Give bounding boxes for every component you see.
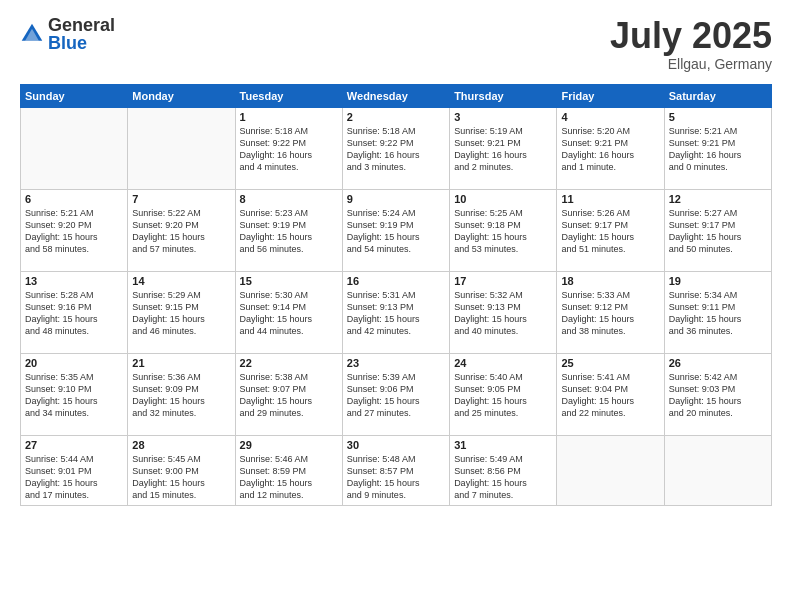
day-number: 9: [347, 193, 445, 205]
logo-text: General Blue: [48, 16, 115, 52]
day-info: Sunrise: 5:42 AM Sunset: 9:03 PM Dayligh…: [669, 371, 767, 420]
day-number: 22: [240, 357, 338, 369]
day-info: Sunrise: 5:39 AM Sunset: 9:06 PM Dayligh…: [347, 371, 445, 420]
day-number: 16: [347, 275, 445, 287]
title-block: July 2025 Ellgau, Germany: [610, 16, 772, 72]
day-number: 17: [454, 275, 552, 287]
calendar-cell: 25Sunrise: 5:41 AM Sunset: 9:04 PM Dayli…: [557, 353, 664, 435]
day-number: 30: [347, 439, 445, 451]
logo: General Blue: [20, 16, 115, 52]
day-number: 3: [454, 111, 552, 123]
day-info: Sunrise: 5:19 AM Sunset: 9:21 PM Dayligh…: [454, 125, 552, 174]
calendar-cell: 22Sunrise: 5:38 AM Sunset: 9:07 PM Dayli…: [235, 353, 342, 435]
day-number: 4: [561, 111, 659, 123]
calendar-week-row: 1Sunrise: 5:18 AM Sunset: 9:22 PM Daylig…: [21, 107, 772, 189]
logo-blue-text: Blue: [48, 34, 115, 52]
day-number: 24: [454, 357, 552, 369]
calendar-cell: [557, 435, 664, 505]
day-number: 18: [561, 275, 659, 287]
day-info: Sunrise: 5:20 AM Sunset: 9:21 PM Dayligh…: [561, 125, 659, 174]
calendar-week-row: 13Sunrise: 5:28 AM Sunset: 9:16 PM Dayli…: [21, 271, 772, 353]
day-number: 7: [132, 193, 230, 205]
day-number: 23: [347, 357, 445, 369]
day-number: 29: [240, 439, 338, 451]
day-info: Sunrise: 5:24 AM Sunset: 9:19 PM Dayligh…: [347, 207, 445, 256]
calendar-week-row: 6Sunrise: 5:21 AM Sunset: 9:20 PM Daylig…: [21, 189, 772, 271]
calendar-week-row: 27Sunrise: 5:44 AM Sunset: 9:01 PM Dayli…: [21, 435, 772, 505]
day-info: Sunrise: 5:21 AM Sunset: 9:20 PM Dayligh…: [25, 207, 123, 256]
day-info: Sunrise: 5:33 AM Sunset: 9:12 PM Dayligh…: [561, 289, 659, 338]
calendar: SundayMondayTuesdayWednesdayThursdayFrid…: [20, 84, 772, 506]
weekday-header: Saturday: [664, 84, 771, 107]
day-info: Sunrise: 5:23 AM Sunset: 9:19 PM Dayligh…: [240, 207, 338, 256]
day-info: Sunrise: 5:18 AM Sunset: 9:22 PM Dayligh…: [347, 125, 445, 174]
day-number: 19: [669, 275, 767, 287]
day-info: Sunrise: 5:25 AM Sunset: 9:18 PM Dayligh…: [454, 207, 552, 256]
day-number: 10: [454, 193, 552, 205]
calendar-cell: 8Sunrise: 5:23 AM Sunset: 9:19 PM Daylig…: [235, 189, 342, 271]
weekday-header: Wednesday: [342, 84, 449, 107]
month-title: July 2025: [610, 16, 772, 56]
calendar-cell: 15Sunrise: 5:30 AM Sunset: 9:14 PM Dayli…: [235, 271, 342, 353]
calendar-cell: 18Sunrise: 5:33 AM Sunset: 9:12 PM Dayli…: [557, 271, 664, 353]
calendar-cell: 17Sunrise: 5:32 AM Sunset: 9:13 PM Dayli…: [450, 271, 557, 353]
day-info: Sunrise: 5:35 AM Sunset: 9:10 PM Dayligh…: [25, 371, 123, 420]
day-number: 15: [240, 275, 338, 287]
day-number: 14: [132, 275, 230, 287]
calendar-cell: 19Sunrise: 5:34 AM Sunset: 9:11 PM Dayli…: [664, 271, 771, 353]
day-info: Sunrise: 5:40 AM Sunset: 9:05 PM Dayligh…: [454, 371, 552, 420]
day-info: Sunrise: 5:18 AM Sunset: 9:22 PM Dayligh…: [240, 125, 338, 174]
calendar-cell: 10Sunrise: 5:25 AM Sunset: 9:18 PM Dayli…: [450, 189, 557, 271]
day-number: 26: [669, 357, 767, 369]
day-info: Sunrise: 5:28 AM Sunset: 9:16 PM Dayligh…: [25, 289, 123, 338]
calendar-cell: [664, 435, 771, 505]
weekday-header-row: SundayMondayTuesdayWednesdayThursdayFrid…: [21, 84, 772, 107]
weekday-header: Monday: [128, 84, 235, 107]
calendar-cell: 13Sunrise: 5:28 AM Sunset: 9:16 PM Dayli…: [21, 271, 128, 353]
day-info: Sunrise: 5:41 AM Sunset: 9:04 PM Dayligh…: [561, 371, 659, 420]
day-number: 27: [25, 439, 123, 451]
calendar-cell: 23Sunrise: 5:39 AM Sunset: 9:06 PM Dayli…: [342, 353, 449, 435]
calendar-cell: 26Sunrise: 5:42 AM Sunset: 9:03 PM Dayli…: [664, 353, 771, 435]
calendar-cell: 5Sunrise: 5:21 AM Sunset: 9:21 PM Daylig…: [664, 107, 771, 189]
day-number: 2: [347, 111, 445, 123]
day-info: Sunrise: 5:46 AM Sunset: 8:59 PM Dayligh…: [240, 453, 338, 502]
day-info: Sunrise: 5:44 AM Sunset: 9:01 PM Dayligh…: [25, 453, 123, 502]
calendar-cell: 29Sunrise: 5:46 AM Sunset: 8:59 PM Dayli…: [235, 435, 342, 505]
calendar-cell: 1Sunrise: 5:18 AM Sunset: 9:22 PM Daylig…: [235, 107, 342, 189]
calendar-cell: 6Sunrise: 5:21 AM Sunset: 9:20 PM Daylig…: [21, 189, 128, 271]
day-number: 25: [561, 357, 659, 369]
calendar-cell: [21, 107, 128, 189]
weekday-header: Thursday: [450, 84, 557, 107]
day-info: Sunrise: 5:21 AM Sunset: 9:21 PM Dayligh…: [669, 125, 767, 174]
calendar-cell: 7Sunrise: 5:22 AM Sunset: 9:20 PM Daylig…: [128, 189, 235, 271]
calendar-cell: 4Sunrise: 5:20 AM Sunset: 9:21 PM Daylig…: [557, 107, 664, 189]
day-info: Sunrise: 5:48 AM Sunset: 8:57 PM Dayligh…: [347, 453, 445, 502]
day-info: Sunrise: 5:27 AM Sunset: 9:17 PM Dayligh…: [669, 207, 767, 256]
calendar-cell: 3Sunrise: 5:19 AM Sunset: 9:21 PM Daylig…: [450, 107, 557, 189]
day-info: Sunrise: 5:38 AM Sunset: 9:07 PM Dayligh…: [240, 371, 338, 420]
day-number: 5: [669, 111, 767, 123]
weekday-header: Sunday: [21, 84, 128, 107]
calendar-cell: 27Sunrise: 5:44 AM Sunset: 9:01 PM Dayli…: [21, 435, 128, 505]
day-info: Sunrise: 5:45 AM Sunset: 9:00 PM Dayligh…: [132, 453, 230, 502]
calendar-cell: [128, 107, 235, 189]
calendar-cell: 16Sunrise: 5:31 AM Sunset: 9:13 PM Dayli…: [342, 271, 449, 353]
day-number: 6: [25, 193, 123, 205]
day-info: Sunrise: 5:30 AM Sunset: 9:14 PM Dayligh…: [240, 289, 338, 338]
day-number: 21: [132, 357, 230, 369]
calendar-cell: 31Sunrise: 5:49 AM Sunset: 8:56 PM Dayli…: [450, 435, 557, 505]
day-info: Sunrise: 5:32 AM Sunset: 9:13 PM Dayligh…: [454, 289, 552, 338]
page: General Blue July 2025 Ellgau, Germany S…: [0, 0, 792, 612]
calendar-cell: 24Sunrise: 5:40 AM Sunset: 9:05 PM Dayli…: [450, 353, 557, 435]
day-number: 12: [669, 193, 767, 205]
day-info: Sunrise: 5:34 AM Sunset: 9:11 PM Dayligh…: [669, 289, 767, 338]
location: Ellgau, Germany: [610, 56, 772, 72]
day-info: Sunrise: 5:29 AM Sunset: 9:15 PM Dayligh…: [132, 289, 230, 338]
calendar-cell: 14Sunrise: 5:29 AM Sunset: 9:15 PM Dayli…: [128, 271, 235, 353]
calendar-cell: 21Sunrise: 5:36 AM Sunset: 9:09 PM Dayli…: [128, 353, 235, 435]
calendar-cell: 2Sunrise: 5:18 AM Sunset: 9:22 PM Daylig…: [342, 107, 449, 189]
calendar-cell: 12Sunrise: 5:27 AM Sunset: 9:17 PM Dayli…: [664, 189, 771, 271]
calendar-cell: 20Sunrise: 5:35 AM Sunset: 9:10 PM Dayli…: [21, 353, 128, 435]
day-number: 31: [454, 439, 552, 451]
